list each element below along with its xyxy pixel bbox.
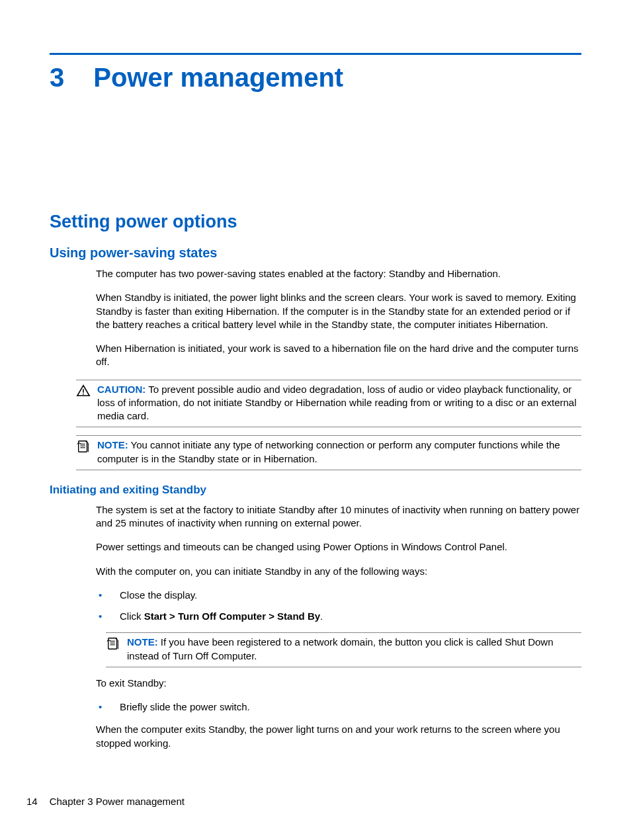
caution-body: To prevent possible audio and video degr… (97, 384, 577, 422)
paragraph: When the computer exits Standby, the pow… (96, 723, 581, 750)
list-item: Close the display. (96, 589, 581, 602)
note-text: NOTE: You cannot initiate any type of ne… (97, 439, 581, 466)
note-icon (106, 636, 120, 651)
note-callout: NOTE: You cannot initiate any type of ne… (76, 435, 581, 470)
chapter-number: 3 (50, 63, 64, 93)
paragraph: The system is set at the factory to init… (96, 503, 581, 530)
paragraph: With the computer on, you can initiate S… (96, 565, 581, 578)
chapter-title: Power management (93, 63, 343, 93)
caution-label: CAUTION: (97, 384, 146, 395)
note-icon (76, 439, 91, 454)
chapter-heading: 3 Power management (50, 63, 581, 93)
paragraph: To exit Standby: (96, 677, 581, 690)
list-item-prefix: Click (120, 610, 144, 622)
list-item: Briefly slide the power switch. (96, 700, 581, 714)
page-number: 14 (26, 796, 38, 807)
caution-icon (76, 384, 91, 398)
paragraph: Power settings and timeouts can be chang… (96, 540, 581, 554)
subsection-heading-initiating-exiting-standby: Initiating and exiting Standby (50, 483, 581, 497)
nested-note-callout: NOTE: If you have been registered to a n… (106, 632, 581, 667)
paragraph: When Hibernation is initiated, your work… (96, 342, 581, 369)
paragraph: When Standby is initiated, the power lig… (96, 291, 581, 331)
page-footer: 14Chapter 3 Power management (26, 796, 185, 807)
note-label: NOTE: (127, 636, 158, 648)
list-item-bold: Start > Turn Off Computer > Stand By (144, 610, 320, 622)
list-item: Click Start > Turn Off Computer > Stand … (96, 610, 581, 623)
caution-text: CAUTION: To prevent possible audio and v… (97, 383, 581, 423)
paragraph: The computer has two power-saving states… (96, 267, 581, 280)
svg-point-1 (83, 393, 84, 394)
caution-callout: CAUTION: To prevent possible audio and v… (76, 380, 581, 428)
note-label: NOTE: (97, 439, 128, 450)
note-body: You cannot initiate any type of networki… (97, 439, 560, 464)
standby-initiate-list: Close the display. Click Start > Turn Of… (96, 589, 581, 624)
list-item-suffix: . (320, 610, 323, 622)
chapter-rule (50, 53, 581, 55)
note-body: If you have been registered to a network… (127, 636, 554, 661)
subsection-heading-using-power-saving-states: Using power-saving states (50, 245, 581, 261)
svg-rect-6 (108, 638, 117, 650)
standby-exit-list: Briefly slide the power switch. (96, 700, 581, 714)
svg-rect-2 (79, 441, 87, 452)
nested-note-text: NOTE: If you have been registered to a n… (127, 636, 581, 663)
footer-chapter-ref: Chapter 3 Power management (50, 796, 185, 807)
section-heading: Setting power options (50, 212, 581, 232)
